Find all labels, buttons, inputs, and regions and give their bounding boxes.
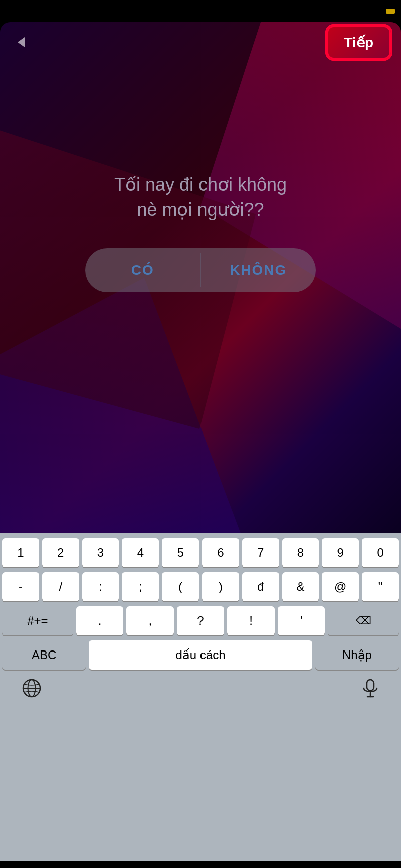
microphone-icon[interactable]	[362, 679, 379, 698]
keyboard-row-icons	[2, 675, 399, 703]
key-open-paren[interactable]: (	[162, 572, 199, 601]
question-text: Tối nay đi chơi khôngnè mọi người??	[114, 172, 287, 223]
key-3[interactable]: 3	[82, 538, 119, 567]
key-dash[interactable]: -	[2, 572, 39, 601]
key-6[interactable]: 6	[202, 538, 239, 567]
keyboard-row-numbers: 1 2 3 4 5 6 7 8 9 0	[2, 538, 399, 567]
key-apostrophe[interactable]: '	[278, 606, 325, 635]
keyboard-row-bottom: ABC dấu cách Nhập	[2, 640, 399, 670]
question-area: Tối nay đi chơi khôngnè mọi người?? CÓ K…	[0, 172, 401, 292]
header: Tiếp	[0, 22, 401, 62]
key-at[interactable]: @	[322, 572, 359, 601]
key-close-paren[interactable]: )	[202, 572, 239, 601]
app-area: Tiếp Tối nay đi chơi khôngnè mọi người??…	[0, 22, 401, 533]
keyboard-row-misc: #+= . ， ? ! ' ⌫	[2, 606, 399, 635]
screen: Tiếp Tối nay đi chơi khôngnè mọi người??…	[0, 0, 401, 868]
keyboard-row-symbols: - / : ; ( ) đ & @ "	[2, 572, 399, 601]
key-5[interactable]: 5	[162, 538, 199, 567]
key-hash-plus-equals[interactable]: #+=	[2, 606, 73, 635]
poll-option-co[interactable]: CÓ	[85, 248, 200, 292]
key-colon[interactable]: :	[82, 572, 119, 601]
home-indicator	[160, 865, 241, 868]
keyboard-area: 1 2 3 4 5 6 7 8 9 0 - / : ; ( ) đ & @ " …	[0, 533, 401, 861]
key-ampersand[interactable]: &	[282, 572, 319, 601]
key-abc[interactable]: ABC	[2, 640, 86, 670]
key-space[interactable]: dấu cách	[89, 640, 312, 670]
back-button[interactable]	[10, 31, 32, 53]
battery-indicator	[386, 9, 395, 14]
key-slash[interactable]: /	[42, 572, 79, 601]
next-button[interactable]: Tiếp	[327, 26, 391, 59]
globe-icon[interactable]	[22, 679, 41, 698]
key-0[interactable]: 0	[362, 538, 399, 567]
key-1[interactable]: 1	[2, 538, 39, 567]
key-question[interactable]: ?	[177, 606, 225, 635]
status-bar	[0, 0, 401, 22]
key-comma[interactable]: ，	[126, 606, 174, 635]
key-2[interactable]: 2	[42, 538, 79, 567]
key-semicolon[interactable]: ;	[122, 572, 159, 601]
svg-rect-3	[367, 680, 374, 691]
key-7[interactable]: 7	[242, 538, 279, 567]
backspace-icon: ⌫	[356, 614, 371, 627]
key-enter[interactable]: Nhập	[315, 640, 399, 670]
key-8[interactable]: 8	[282, 538, 319, 567]
key-period[interactable]: .	[76, 606, 124, 635]
key-4[interactable]: 4	[122, 538, 159, 567]
poll-option-khong[interactable]: KHÔNG	[201, 248, 316, 292]
poll-options: CÓ KHÔNG	[85, 248, 316, 292]
key-9[interactable]: 9	[322, 538, 359, 567]
back-chevron-icon	[18, 37, 25, 47]
key-d-stroke[interactable]: đ	[242, 572, 279, 601]
key-exclaim[interactable]: !	[227, 606, 275, 635]
backspace-button[interactable]: ⌫	[328, 606, 399, 635]
key-quote[interactable]: "	[362, 572, 399, 601]
